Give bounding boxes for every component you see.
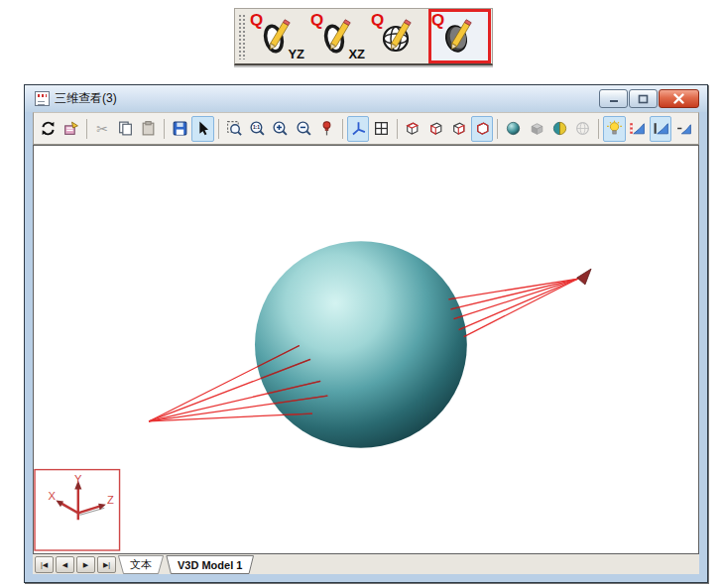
render-solid-button[interactable] (526, 116, 547, 142)
render-wire-button[interactable] (572, 116, 594, 142)
separator (342, 119, 343, 139)
axis-z-label: Z (107, 494, 114, 506)
view-cube-3-button[interactable] (448, 116, 470, 142)
light-mode-3-button[interactable] (672, 116, 694, 142)
first-tab-icon: |◀ (41, 561, 48, 569)
zoom-window-icon (226, 120, 243, 137)
first-tab-button[interactable]: |◀ (35, 556, 54, 573)
half-sphere-icon (551, 120, 568, 137)
svg-text:1:1: 1:1 (253, 125, 260, 130)
close-button[interactable] (659, 89, 699, 108)
separator (397, 119, 398, 139)
zoom-out-icon (296, 120, 312, 137)
zoom-actual-button[interactable]: 1:1 (246, 116, 268, 142)
view-cube-1-button[interactable] (402, 116, 423, 142)
scene-canvas: Y X Z (34, 146, 698, 553)
tab-text[interactable]: 文本 (118, 555, 164, 574)
tab-v3d-model-1[interactable]: V3D Model 1 (166, 555, 254, 574)
next-tab-button[interactable]: ▶ (76, 556, 95, 573)
light-mode-2-button[interactable] (650, 116, 671, 142)
render-shaded-button[interactable] (502, 116, 524, 142)
view-cube-1-icon (404, 120, 421, 137)
close-icon (672, 93, 685, 104)
rotate-yz-button[interactable]: Q YZ (248, 10, 308, 62)
tab-label: V3D Model 1 (166, 559, 254, 571)
prev-tab-icon: ◀ (62, 561, 67, 569)
wire-lens-icon (574, 120, 591, 137)
rotate-globe-button[interactable]: Q (369, 10, 429, 62)
separator (218, 119, 219, 139)
grid-toggle-button[interactable] (370, 116, 392, 142)
refresh-icon (40, 120, 57, 137)
titlebar[interactable]: 三维查看(3) (25, 85, 707, 112)
zoom-in-icon (272, 120, 289, 137)
copy-button[interactable] (114, 116, 136, 142)
viewer-window: 三维查看(3) (24, 84, 708, 583)
axis-y-label: Y (74, 473, 82, 485)
view-cube-4-button[interactable] (471, 116, 493, 142)
direction-cone (577, 269, 591, 285)
report-button[interactable] (60, 116, 81, 142)
last-tab-icon: ▶| (103, 561, 110, 569)
report-icon (62, 120, 79, 137)
light-bulb-icon (606, 120, 623, 137)
zoom-out-button[interactable] (293, 116, 314, 142)
zoom-in-button[interactable] (270, 116, 292, 142)
toolbar: ✂ (33, 112, 699, 145)
tab-label: 文本 (118, 557, 164, 572)
light-mode-3-icon (675, 120, 692, 137)
shaded-sphere-icon (505, 120, 522, 137)
minimize-button[interactable] (599, 89, 628, 108)
axis-pair-label: XZ (348, 48, 365, 60)
pin-icon (318, 120, 335, 137)
light-toggle-button[interactable] (603, 116, 625, 142)
light-mode-1-button[interactable] (627, 116, 649, 142)
light-mode-2-icon (653, 120, 669, 137)
copy-icon (117, 120, 134, 137)
view-cube-4-icon (474, 120, 491, 137)
zoom-window-button[interactable] (223, 116, 245, 142)
window-icon (35, 91, 50, 106)
solid-cube-icon (529, 120, 545, 137)
select-arrow-icon (194, 120, 211, 137)
separator (164, 119, 165, 139)
viewport-3d[interactable]: Y X Z (33, 145, 699, 554)
light-mode-1-icon (629, 120, 646, 137)
rotate-free-button[interactable]: Q (429, 10, 490, 62)
sphere-model (255, 241, 467, 447)
render-half-button[interactable] (548, 116, 570, 142)
maximize-icon (638, 94, 649, 104)
paste-button[interactable] (138, 116, 160, 142)
rotate-xz-button[interactable]: Q XZ (308, 10, 369, 62)
minimize-icon (609, 94, 619, 103)
grid-icon (373, 120, 390, 137)
view-cube-2-button[interactable] (424, 116, 446, 142)
disc-pencil-icon (441, 15, 481, 59)
next-tab-icon: ▶ (83, 561, 88, 569)
globe-pencil-icon (381, 15, 421, 59)
window-controls (599, 89, 699, 108)
refresh-button[interactable] (37, 116, 59, 142)
cut-icon: ✂ (96, 122, 108, 136)
prev-tab-button[interactable]: ◀ (56, 556, 74, 573)
cut-button[interactable]: ✂ (91, 116, 113, 142)
axis-pair-label: YZ (288, 48, 304, 60)
save-icon (172, 120, 188, 137)
screen: Q YZ Q XZ Q (0, 0, 723, 588)
separator (598, 119, 599, 139)
paste-icon (140, 120, 157, 137)
axis-triad: Y X Z (35, 470, 120, 550)
axis-x-label: X (49, 491, 57, 503)
zoom-actual-icon: 1:1 (249, 120, 266, 137)
last-tab-button[interactable]: ▶| (97, 556, 116, 573)
save-button[interactable] (169, 116, 190, 142)
rotation-palette: Q YZ Q XZ Q (234, 8, 493, 65)
separator (497, 119, 498, 139)
window-title: 三维查看(3) (55, 90, 117, 107)
pin-button[interactable] (316, 116, 338, 142)
axes-toggle-button[interactable] (347, 116, 369, 142)
select-button[interactable] (191, 116, 213, 142)
axes-icon (350, 120, 367, 137)
palette-drag-handle[interactable] (237, 13, 246, 59)
maximize-button[interactable] (629, 89, 658, 108)
